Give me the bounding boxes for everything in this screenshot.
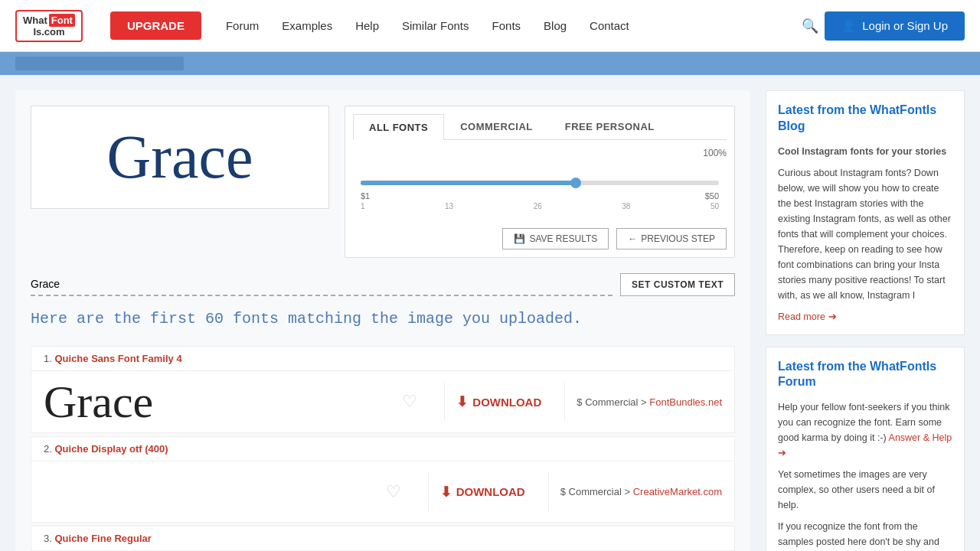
sidebar-blog-title: Latest from the WhatFontIs Blog (778, 103, 952, 135)
logo[interactable]: WhatFont Is.com (15, 10, 87, 42)
font-result-1: 1. Quiche Sans Font Family 4 Grace ♡ ⬇ D… (31, 346, 735, 433)
font-name-link-2[interactable]: Quiche Display otf (400) (54, 443, 168, 455)
slider-thumb[interactable] (570, 178, 581, 188)
font-sample-1: Grace (44, 379, 402, 425)
sidebar-blog-post-title: Cool Instagram fonts for your stories (778, 144, 952, 159)
tab-all-fonts[interactable]: ALL FONTS (353, 114, 444, 140)
sidebar-blog-section: Latest from the WhatFontIs Blog Cool Ins… (766, 90, 965, 335)
nav-help[interactable]: Help (346, 13, 388, 38)
progress-banner (0, 52, 980, 75)
commercial-site-link-1[interactable]: FontBundles.net (649, 396, 722, 408)
filter-buttons: 💾 SAVE RESULTS ← PREVIOUS STEP (353, 228, 727, 249)
content-area: Grace ALL FONTS COMMERCIAL FREE PERSONAL… (15, 90, 750, 551)
nav-contact[interactable]: Contact (580, 13, 639, 38)
header: WhatFont Is.com UPGRADE Forum Examples H… (0, 0, 980, 52)
sidebar-read-more-link[interactable]: Read more ➔ (778, 311, 837, 322)
favorite-button-1[interactable]: ♡ (402, 392, 417, 412)
commercial-site-link-2[interactable]: CreativeMarket.com (633, 486, 722, 497)
download-button-2[interactable]: ⬇ DOWNLOAD (440, 484, 525, 500)
nav-blog[interactable]: Blog (534, 13, 576, 38)
sidebar-forum-text3: If you recognize the font from the sampl… (778, 519, 952, 551)
nav-forum[interactable]: Forum (217, 13, 268, 38)
slider-track (361, 181, 719, 185)
main-container: Grace ALL FONTS COMMERCIAL FREE PERSONAL… (0, 75, 980, 551)
slider-labels: $1 $50 (361, 191, 719, 201)
save-results-button[interactable]: 💾 SAVE RESULTS (502, 228, 609, 249)
divider-v2-2 (548, 473, 549, 511)
main-nav: Forum Examples Help Similar Fonts Fonts … (217, 13, 795, 38)
previous-step-button[interactable]: ← PREVIOUS STEP (616, 228, 727, 249)
font-result-body-1: Grace ♡ ⬇ DOWNLOAD $ Commercial > FontBu… (31, 370, 734, 432)
sidebar-forum-text2: Yet sometimes the images are very comple… (778, 467, 952, 513)
font-rank-1: 1. (44, 353, 52, 364)
font-name-link-1[interactable]: Quiche Sans Font Family 4 (54, 353, 181, 364)
slider-min-label: $1 (361, 191, 370, 201)
font-result-2: 2. Quiche Display otf (400) ♡ ⬇ DOWNLOAD… (31, 436, 735, 523)
font-result-3: 3. Quiche Fine Regular ♡ ⬇ DOWNLOAD $ Co… (31, 526, 735, 551)
custom-text-row: SET CUSTOM TEXT (31, 273, 735, 296)
sidebar-blog-post-text: Curious about Instagram fonts? Down belo… (778, 165, 952, 303)
tick-38: 38 (622, 202, 630, 210)
favorite-button-2[interactable]: ♡ (386, 482, 401, 502)
divider-v2-1 (564, 383, 565, 421)
nav-examples[interactable]: Examples (273, 13, 341, 38)
tick-26: 26 (534, 202, 542, 210)
slider-max-label: $50 (705, 191, 719, 201)
arrow-icon: ➔ (778, 448, 786, 458)
user-icon: 👤 (841, 19, 856, 33)
floppy-icon: 💾 (514, 233, 525, 244)
font-result-header-3: 3. Quiche Fine Regular (31, 527, 734, 550)
download-icon-2: ⬇ (440, 484, 452, 500)
nav-fonts[interactable]: Fonts (483, 13, 531, 38)
sidebar-answer-help-link[interactable]: Answer & Help (889, 432, 952, 443)
filter-tabs: ALL FONTS COMMERCIAL FREE PERSONAL (353, 114, 727, 140)
tab-free-personal[interactable]: FREE PERSONAL (549, 114, 671, 139)
arrow-circle-icon: ➔ (828, 311, 837, 322)
font-name-link-3[interactable]: Quiche Fine Regular (54, 533, 151, 544)
font-rank-3: 3. (44, 533, 52, 544)
divider-2 (428, 473, 429, 511)
font-result-header-1: 1. Quiche Sans Font Family 4 (31, 347, 734, 370)
banner-inner (15, 57, 184, 70)
login-button[interactable]: 👤 Login or Sign Up (825, 11, 965, 41)
sidebar-forum-section: Latest from the WhatFontIs Forum Help yo… (766, 347, 965, 551)
download-icon-1: ⬇ (456, 393, 468, 410)
font-result-body-2: ♡ ⬇ DOWNLOAD $ Commercial > CreativeMark… (31, 461, 734, 522)
price-display: 100% (353, 148, 727, 158)
search-icon-button[interactable]: 🔍 (795, 11, 825, 41)
commercial-link-1: $ Commercial > FontBundles.net (577, 396, 722, 408)
sidebar-forum-title: Latest from the WhatFontIs Forum (778, 359, 952, 391)
nav-similar-fonts[interactable]: Similar Fonts (393, 13, 479, 38)
font-preview-box: Grace (31, 106, 329, 209)
commercial-link-2: $ Commercial > CreativeMarket.com (560, 486, 722, 497)
tick-13: 13 (445, 202, 453, 210)
arrow-left-icon: ← (628, 233, 637, 244)
font-preview-text: Grace (107, 122, 253, 192)
sidebar-blog-post-link[interactable]: Cool Instagram fonts for your stories (778, 146, 946, 157)
font-rank-2: 2. (44, 443, 52, 455)
tick-1: 1 (361, 202, 365, 210)
tab-commercial[interactable]: COMMERCIAL (444, 114, 549, 139)
slider-ticks: 1 13 26 38 50 (361, 202, 719, 210)
filter-panel: ALL FONTS COMMERCIAL FREE PERSONAL 100% … (345, 106, 735, 258)
top-section: Grace ALL FONTS COMMERCIAL FREE PERSONAL… (31, 106, 735, 258)
upgrade-button[interactable]: UPGRADE (110, 11, 201, 40)
slider-fill (361, 181, 576, 185)
price-slider-container: $1 $50 1 13 26 38 50 (353, 161, 727, 222)
tick-50: 50 (710, 202, 719, 210)
matching-text: Here are the first 60 fonts matching the… (31, 308, 735, 331)
download-button-1[interactable]: ⬇ DOWNLOAD (456, 393, 541, 410)
custom-text-input[interactable] (31, 273, 612, 296)
search-icon: 🔍 (802, 18, 818, 34)
divider-1 (444, 383, 445, 421)
sidebar-forum-text1: Help your fellow font-seekers if you thi… (778, 399, 952, 461)
sidebar: Latest from the WhatFontIs Blog Cool Ins… (766, 90, 965, 551)
font-result-header-2: 2. Quiche Display otf (400) (31, 437, 734, 461)
set-custom-text-button[interactable]: SET CUSTOM TEXT (620, 273, 735, 296)
